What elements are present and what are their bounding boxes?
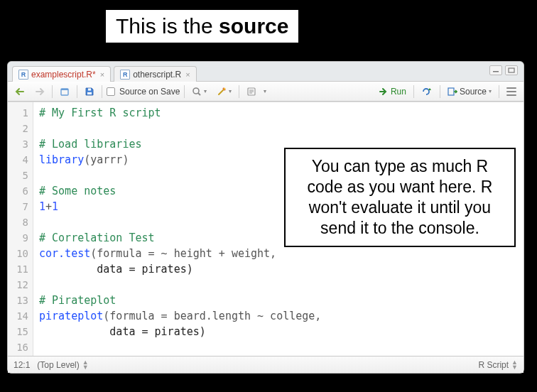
tab-label: examplescript.R*: [31, 70, 96, 80]
close-icon[interactable]: ×: [100, 70, 104, 79]
tab-examplescript[interactable]: R examplescript.R* ×: [12, 66, 111, 82]
maximize-pane-button[interactable]: [505, 65, 518, 75]
scope-selector[interactable]: (Top Level) ▲▼: [37, 360, 88, 370]
svg-point-8: [224, 87, 226, 89]
separator: [52, 85, 53, 98]
dropdown-caret-icon: ▾: [489, 88, 492, 94]
svg-rect-4: [87, 92, 92, 94]
svg-line-7: [198, 93, 200, 95]
svg-rect-3: [61, 89, 68, 90]
dropdown-caret-icon[interactable]: ▾: [264, 88, 266, 94]
annotation-text: You can type as much R code as you want …: [308, 157, 493, 237]
source-on-save-label: Source on Save: [119, 87, 180, 97]
close-icon[interactable]: ×: [185, 70, 190, 79]
svg-rect-5: [88, 88, 91, 90]
dropdown-caret-icon: ▾: [204, 88, 207, 94]
separator: [184, 85, 185, 98]
save-button[interactable]: [82, 85, 97, 99]
separator: [102, 85, 102, 98]
r-file-icon: R: [18, 70, 28, 80]
language-label: R Script: [478, 360, 509, 370]
minimize-pane-button[interactable]: [489, 65, 502, 75]
tab-bar: R examplescript.R* × R otherscript.R ×: [8, 62, 524, 82]
cursor-position: 12:1: [13, 360, 30, 370]
sort-arrows-icon: ▲▼: [511, 360, 518, 370]
code-tools-button[interactable]: ▾: [214, 85, 234, 99]
separator: [440, 85, 440, 98]
status-bar: 12:1 (Top Level) ▲▼ R Script ▲▼: [8, 356, 524, 373]
back-button[interactable]: [12, 85, 28, 99]
svg-rect-0: [493, 71, 499, 72]
run-label: Run: [391, 87, 406, 97]
annotation-callout: You can type as much R code as you want …: [284, 148, 516, 247]
editor-toolbar: Source on Save ▾ ▾ ▾ Run Source ▾: [8, 82, 524, 102]
source-button[interactable]: Source ▾: [445, 85, 494, 99]
r-file-icon: R: [120, 70, 130, 80]
rerun-button[interactable]: [418, 85, 435, 99]
dropdown-caret-icon: ▾: [229, 88, 232, 94]
sort-arrows-icon: ▲▼: [82, 360, 89, 370]
line-number-gutter: 12345678910111213141516: [8, 102, 33, 356]
separator: [77, 85, 77, 98]
show-in-new-window-button[interactable]: [57, 85, 72, 99]
outline-button[interactable]: [504, 85, 519, 99]
separator: [239, 85, 239, 98]
find-button[interactable]: ▾: [189, 85, 210, 99]
annotation-title: This is the source: [106, 10, 298, 43]
compile-report-button[interactable]: [244, 85, 259, 99]
separator: [413, 85, 414, 98]
forward-button[interactable]: [32, 85, 48, 99]
svg-point-6: [193, 88, 199, 94]
tab-label: otherscript.R: [133, 70, 181, 80]
caption-emphasis: source: [219, 14, 288, 38]
source-on-save-checkbox[interactable]: [107, 87, 115, 96]
caption-prefix: This is the: [116, 14, 219, 38]
scope-label: (Top Level): [37, 360, 79, 370]
tab-otherscript[interactable]: R otherscript.R ×: [114, 66, 196, 82]
source-label: Source: [460, 87, 487, 97]
run-button[interactable]: Run: [376, 85, 409, 99]
svg-rect-13: [448, 88, 454, 95]
pane-window-controls: [489, 65, 518, 75]
outline-icon: [506, 87, 516, 96]
separator: [499, 85, 499, 98]
svg-rect-1: [509, 68, 514, 72]
